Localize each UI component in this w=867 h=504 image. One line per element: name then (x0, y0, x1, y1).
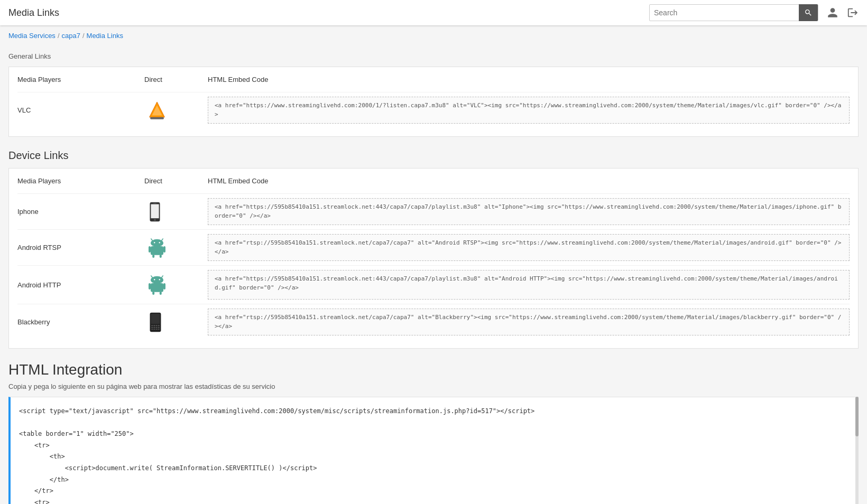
android-rtsp-icon (149, 238, 165, 258)
account-icon[interactable] (827, 7, 838, 18)
iphone-icon (149, 202, 161, 222)
svg-rect-38 (153, 329, 155, 330)
player-name-iphone: Iphone (17, 208, 144, 216)
col-media-players-general: Media Players (17, 76, 144, 83)
svg-point-10 (154, 242, 155, 243)
general-links-label: General Links (8, 52, 859, 60)
scrollbar-thumb (855, 397, 859, 436)
svg-point-21 (159, 279, 160, 280)
svg-rect-28 (151, 314, 160, 324)
col-html-embed-general: HTML Embed Code (208, 76, 850, 83)
logout-icon[interactable] (847, 7, 859, 18)
header-icons (827, 7, 859, 18)
svg-point-5 (154, 219, 156, 221)
svg-rect-23 (149, 283, 151, 290)
svg-rect-32 (158, 325, 160, 326)
device-links-header: Media Players Direct HTML Embed Code (17, 177, 850, 189)
player-name-blackberry: Blackberry (17, 318, 144, 326)
android-http-direct-icon[interactable] (144, 275, 208, 295)
iphone-direct-icon[interactable] (144, 202, 208, 222)
html-integration-desc: Copia y pega lo siguiente en su página w… (8, 382, 859, 390)
breadcrumb-media-services[interactable]: Media Services (8, 32, 56, 40)
table-row: Blackberry (17, 304, 850, 340)
svg-point-9 (151, 239, 163, 246)
svg-point-11 (159, 242, 160, 243)
embed-code-blackberry[interactable]: <a href="rtsp://595b85410a151.streamlock… (208, 309, 850, 335)
embed-code-vlc[interactable]: <a href="https://www.streaminglivehd.com… (208, 97, 850, 124)
svg-rect-1 (150, 117, 164, 119)
svg-rect-35 (156, 326, 158, 328)
vlc-icon (149, 101, 165, 120)
html-integration-code[interactable]: <script type="text/javascript" src="http… (8, 397, 859, 504)
general-links-card: Media Players Direct HTML Embed Code VLC… (8, 67, 859, 137)
breadcrumb-sep-2: / (82, 32, 85, 40)
page-title: Media Links (8, 7, 649, 18)
embed-code-android-http[interactable]: <a href="https://595b85410a151.streamloc… (208, 270, 850, 300)
svg-rect-15 (152, 255, 154, 258)
col-media-players-device: Media Players (17, 177, 144, 185)
svg-rect-39 (156, 329, 158, 330)
table-row: Iphone <a href="https://595b85410a151.st… (17, 193, 850, 229)
scrollbar[interactable] (855, 397, 859, 504)
device-links-heading: Device Links (8, 150, 859, 162)
svg-rect-40 (158, 329, 160, 330)
svg-point-20 (154, 279, 155, 280)
col-html-embed-device: HTML Embed Code (208, 177, 850, 185)
player-name-android-rtsp: Android RTSP (17, 244, 144, 251)
android-http-icon (149, 275, 165, 295)
search-container (649, 4, 818, 21)
search-icon (804, 8, 813, 17)
svg-rect-26 (160, 292, 162, 295)
svg-rect-22 (151, 283, 163, 292)
vlc-direct-icon[interactable] (144, 101, 208, 120)
breadcrumb-media-links: Media Links (87, 32, 123, 40)
col-direct-device: Direct (144, 177, 208, 185)
breadcrumb-sep-1: / (58, 32, 60, 40)
svg-rect-14 (163, 246, 165, 253)
svg-rect-13 (149, 246, 151, 253)
table-row: VLC <a href="https://www.streaminglivehd… (17, 92, 850, 128)
embed-code-iphone[interactable]: <a href="https://595b85410a151.streamloc… (208, 198, 850, 225)
android-rtsp-direct-icon[interactable] (144, 238, 208, 258)
svg-rect-29 (151, 325, 153, 326)
code-block-container: <script type="text/javascript" src="http… (8, 397, 859, 504)
blackberry-direct-icon[interactable] (144, 312, 208, 332)
html-integration-title: HTML Integration (8, 361, 859, 378)
embed-code-android-rtsp[interactable]: <a href="rtsp://595b85410a151.streamlock… (208, 234, 850, 261)
table-row: Android RTSP (17, 229, 850, 265)
player-name-android-http: Android HTTP (17, 281, 144, 289)
svg-rect-25 (152, 292, 154, 295)
col-direct-general: Direct (144, 76, 208, 83)
svg-rect-16 (160, 255, 162, 258)
svg-rect-34 (153, 326, 155, 328)
blackberry-icon (149, 312, 162, 332)
search-input[interactable] (650, 6, 799, 19)
table-row: Android HTTP <a href="https://595b85410a… (17, 265, 850, 304)
player-name-vlc: VLC (17, 106, 144, 114)
svg-rect-37 (151, 329, 153, 330)
search-button[interactable] (799, 4, 818, 21)
svg-rect-33 (151, 326, 153, 328)
svg-rect-30 (153, 325, 155, 326)
header: Media Links (0, 0, 867, 25)
svg-rect-6 (153, 203, 156, 203)
breadcrumb-capa7[interactable]: capa7 (62, 32, 80, 40)
general-links-header: Media Players Direct HTML Embed Code (17, 76, 850, 88)
svg-rect-36 (158, 326, 160, 328)
svg-rect-12 (151, 246, 163, 255)
breadcrumb: Media Services / capa7 / Media Links (0, 25, 867, 44)
svg-rect-4 (151, 204, 159, 218)
content-area: General Links Media Players Direct HTML … (0, 44, 867, 504)
svg-rect-24 (163, 283, 165, 290)
svg-point-19 (151, 276, 163, 284)
device-links-card: Media Players Direct HTML Embed Code Iph… (8, 168, 859, 349)
svg-rect-31 (156, 325, 158, 326)
